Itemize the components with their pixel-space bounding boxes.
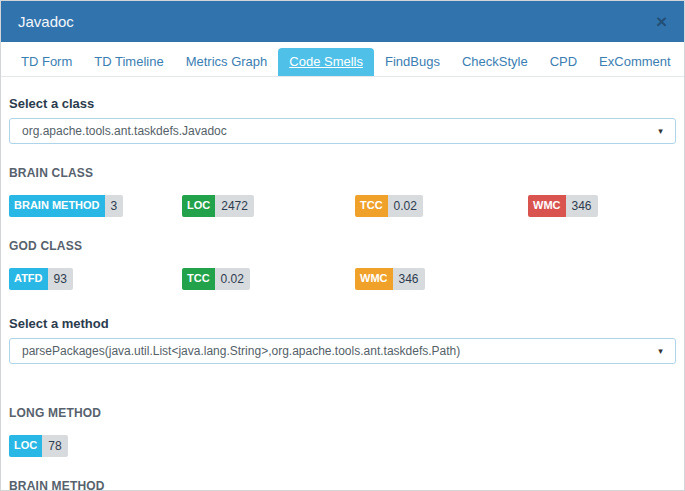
metric-badge-loc: LOC2472 — [182, 195, 254, 217]
metric-name: ATFD — [9, 268, 48, 290]
modal-header: Javadoc × — [1, 1, 684, 42]
metric-badge-wmc: WMC346 — [355, 268, 425, 290]
metric-col: WMC346 — [355, 268, 528, 290]
metric-name: LOC — [9, 435, 42, 457]
section-title-long-method: LONG METHOD — [9, 406, 676, 420]
metric-col: LOC2472 — [182, 195, 355, 217]
class-sections: BRAIN CLASSBRAIN METHOD3LOC2472TCC0.02WM… — [9, 166, 676, 290]
class-select-wrap: org.apache.tools.ant.taskdefs.Javadoc ▼ — [9, 118, 676, 144]
metric-badge-loc: LOC78 — [9, 435, 68, 457]
metric-col: ATFD93 — [9, 268, 182, 290]
metric-col: BRAIN METHOD3 — [9, 195, 182, 217]
method-select[interactable]: parsePackages(java.util.List<java.lang.S… — [9, 338, 676, 364]
metric-value: 93 — [48, 268, 73, 290]
section-title-brain-class: BRAIN CLASS — [9, 166, 676, 180]
method-select-wrap: parsePackages(java.util.List<java.lang.S… — [9, 338, 676, 364]
metrics-row: BRAIN METHOD3LOC2472TCC0.02WMC346 — [9, 195, 676, 217]
metric-badge-tcc: TCC0.02 — [182, 268, 250, 290]
metric-name: LOC — [182, 195, 215, 217]
class-select[interactable]: org.apache.tools.ant.taskdefs.Javadoc — [9, 118, 676, 144]
tab-checkstyle[interactable]: CheckStyle — [451, 48, 539, 76]
metric-value: 346 — [566, 195, 598, 217]
metric-name: WMC — [355, 268, 393, 290]
class-select-label: Select a class — [9, 96, 676, 111]
tab-code-smells[interactable]: Code Smells — [278, 48, 374, 76]
tab-bar: TD FormTD TimelineMetrics GraphCode Smel… — [1, 42, 684, 77]
metrics-row: LOC78 — [9, 435, 676, 457]
metric-col: TCC0.02 — [355, 195, 528, 217]
section-title-god-class: GOD CLASS — [9, 239, 676, 253]
section-title-brain-method: BRAIN METHOD — [9, 479, 676, 491]
metric-name: TCC — [355, 195, 388, 217]
metric-value: 78 — [42, 435, 67, 457]
metric-value: 0.02 — [215, 268, 250, 290]
metric-col: TCC0.02 — [182, 268, 355, 290]
metric-badge-brain-method: BRAIN METHOD3 — [9, 195, 123, 217]
metric-col: WMC346 — [528, 195, 685, 217]
metric-value: 3 — [105, 195, 124, 217]
tab-metrics-graph[interactable]: Metrics Graph — [175, 48, 279, 76]
metric-value: 2472 — [215, 195, 254, 217]
metric-value: 346 — [393, 268, 425, 290]
method-sections: LONG METHODLOC78BRAIN METHODCYCLO11LOC78… — [9, 406, 676, 491]
metric-value: 0.02 — [388, 195, 423, 217]
modal-body: Select a class org.apache.tools.ant.task… — [1, 77, 684, 491]
metric-badge-tcc: TCC0.02 — [355, 195, 423, 217]
class-select-group: Select a class org.apache.tools.ant.task… — [9, 96, 676, 144]
tab-cpd[interactable]: CPD — [539, 48, 588, 76]
method-select-label: Select a method — [9, 316, 676, 331]
metric-badge-wmc: WMC346 — [528, 195, 598, 217]
metric-badge-atfd: ATFD93 — [9, 268, 73, 290]
metric-col: LOC78 — [9, 435, 182, 457]
tab-findbugs[interactable]: FindBugs — [374, 48, 451, 76]
metric-name: WMC — [528, 195, 566, 217]
metric-name: BRAIN METHOD — [9, 195, 105, 217]
javadoc-modal: Javadoc × TD FormTD TimelineMetrics Grap… — [0, 0, 685, 491]
metric-name: TCC — [182, 268, 215, 290]
tab-td-form[interactable]: TD Form — [10, 48, 83, 76]
method-select-group: Select a method parsePackages(java.util.… — [9, 316, 676, 384]
tab-excomment[interactable]: ExComment — [588, 48, 682, 76]
close-icon[interactable]: × — [656, 12, 667, 31]
tab-td-timeline[interactable]: TD Timeline — [83, 48, 174, 76]
modal-title: Javadoc — [18, 13, 74, 30]
metrics-row: ATFD93TCC0.02WMC346 — [9, 268, 676, 290]
